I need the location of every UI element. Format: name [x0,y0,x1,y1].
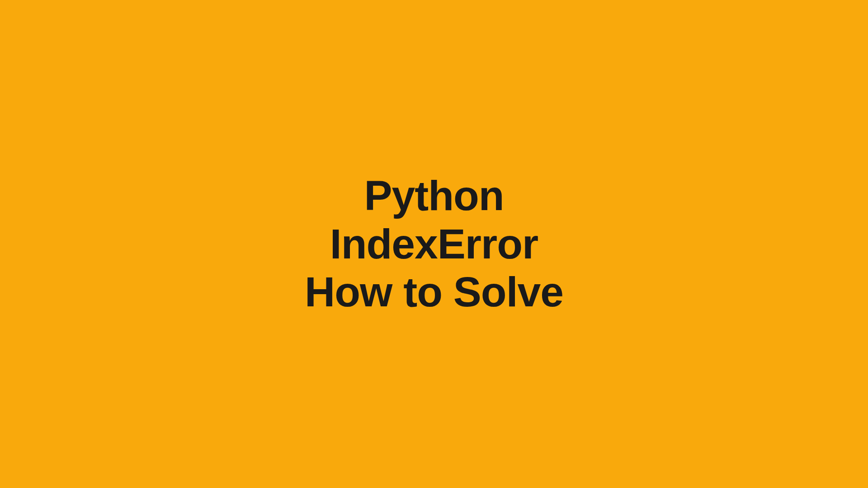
heading-line-2: IndexError [330,220,538,268]
slide-container: Python IndexError How to Solve [0,0,868,488]
heading-line-3: How to Solve [305,268,563,316]
heading-line-1: Python [364,172,504,220]
